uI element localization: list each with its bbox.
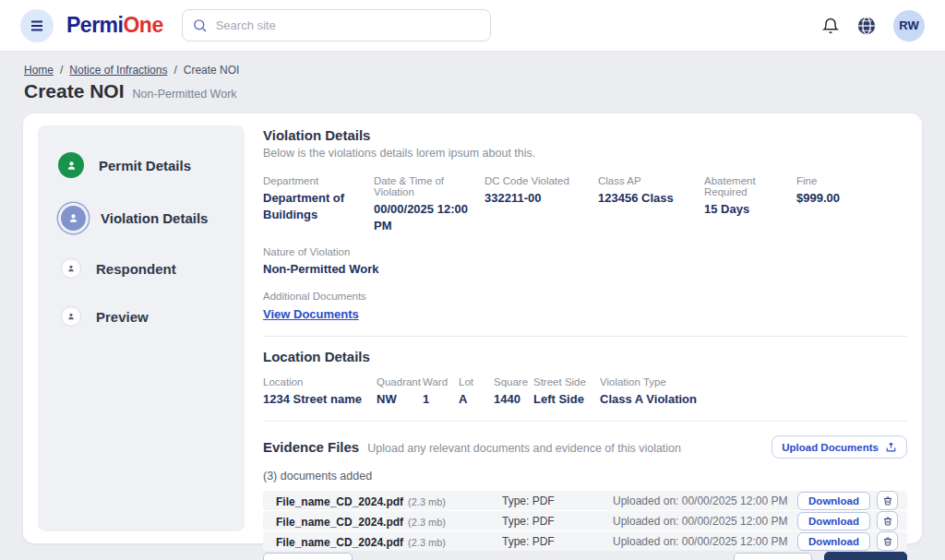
logo-part-1: Permi: [66, 13, 123, 37]
step-label: Violation Details: [101, 210, 208, 226]
field-value: 15 Days: [704, 201, 796, 218]
delete-file-button[interactable]: [877, 491, 898, 510]
upload-button-label: Upload Documents: [782, 442, 879, 453]
file-name: File_name_CD_2024.pdf: [276, 516, 403, 529]
step-label: Preview: [96, 309, 149, 325]
field-additional-documents: Additional Documents View Documents: [263, 291, 907, 322]
field-abatement: Abatement Required 15 Days: [704, 175, 796, 233]
field-label: Violation Type: [600, 376, 907, 387]
field-value: A: [459, 391, 494, 408]
field-date-time: Date & Time of Violation 00/00/2025 12:0…: [374, 175, 484, 233]
trash-icon: [882, 536, 893, 547]
field-label: Quadrant: [377, 376, 423, 387]
field-value: Left Side: [533, 391, 600, 408]
menu-button[interactable]: [20, 9, 54, 42]
download-button[interactable]: Download: [797, 512, 870, 530]
breadcrumb-home[interactable]: Home: [24, 64, 54, 77]
search-input[interactable]: [182, 9, 491, 42]
globe-icon: [856, 16, 877, 36]
app-header: PermiOne RW: [0, 0, 945, 52]
field-class-ap: Class AP 123456 Class: [598, 175, 704, 233]
field-label: Additional Documents: [263, 291, 907, 302]
cancel-button[interactable]: Cancel: [263, 553, 353, 560]
site-search: [182, 9, 491, 42]
breadcrumb: Home / Notice of Infractions / Create NO…: [24, 64, 921, 77]
delete-file-button[interactable]: [877, 531, 898, 551]
field-location: Location 1234 Street name: [263, 376, 377, 408]
location-details-title: Location Details: [263, 349, 907, 364]
file-size: (2.3 mb): [408, 517, 446, 528]
notifications-button[interactable]: [821, 17, 840, 35]
file-uploaded: Uploaded on: 00/00/2025 12:00 PM: [613, 515, 797, 528]
field-value: 1: [423, 391, 459, 408]
step-permit-details[interactable]: Permit Details: [58, 138, 245, 192]
step-preview[interactable]: Preview: [58, 292, 245, 340]
file-name: File_name_CD_2024.pdf: [276, 495, 403, 508]
step-label: Permit Details: [99, 158, 191, 173]
field-street-side: Street Side Left Side: [533, 376, 600, 408]
upload-documents-button[interactable]: Upload Documents: [772, 435, 907, 459]
field-value: Class A Violation: [600, 391, 907, 408]
field-value: Department of Buildings: [263, 190, 374, 222]
field-value: Non-Permitted Work: [263, 261, 907, 278]
violation-details-subtitle: Below is the violations details lorem ip…: [263, 147, 907, 160]
file-name: File_name_CD_2024.pdf: [276, 536, 403, 549]
download-button[interactable]: Download: [797, 532, 870, 551]
field-department: Department Department of Buildings: [263, 175, 374, 233]
field-violation-type: Violation Type Class A Violation: [600, 376, 907, 408]
back-button[interactable]: Back: [734, 553, 812, 560]
file-name-cell: File_name_CD_2024.pdf(2.3 mb): [276, 493, 502, 509]
file-row: File_name_CD_2024.pdf(2.3 mb) Type: PDF …: [263, 531, 907, 551]
field-label: Lot: [459, 376, 494, 387]
page-title: Create NOI: [24, 80, 125, 102]
user-icon: [61, 258, 81, 279]
page-subtitle: Non-Permitted Work: [133, 88, 237, 101]
upload-icon: [885, 441, 897, 453]
step-label: Respondent: [96, 261, 176, 277]
documents-count: (3) documents added: [263, 470, 907, 483]
file-uploaded: Uploaded on: 00/00/2025 12:00 PM: [613, 535, 797, 548]
stepper-sidebar: Permit Details Violation Details Respond…: [38, 125, 245, 531]
field-label: Date & Time of Violation: [374, 175, 484, 197]
next-button[interactable]: Next: [824, 552, 907, 560]
language-button[interactable]: [856, 16, 877, 36]
field-value: 1440: [494, 391, 533, 408]
file-name-cell: File_name_CD_2024.pdf(2.3 mb): [276, 533, 502, 550]
hamburger-icon: [29, 18, 45, 34]
field-value: $999.00: [796, 190, 907, 207]
field-nature-of-violation: Nature of Violation Non-Permitted Work: [263, 246, 907, 278]
step-respondent[interactable]: Respondent: [58, 244, 245, 292]
file-row: File_name_CD_2024.pdf(2.3 mb) Type: PDF …: [263, 491, 907, 510]
download-button[interactable]: Download: [797, 492, 870, 510]
user-icon: [61, 306, 81, 327]
trash-icon: [882, 516, 893, 527]
file-type: Type: PDF: [502, 494, 613, 507]
field-fine: Fine $999.00: [796, 175, 907, 233]
step-violation-details[interactable]: Violation Details: [58, 192, 245, 244]
evidence-files-subtitle: Upload any relevant documents and eviden…: [367, 442, 681, 455]
field-lot: Lot A: [459, 376, 494, 408]
view-documents-link[interactable]: View Documents: [263, 307, 359, 321]
field-label: Class AP: [598, 175, 704, 186]
field-label: Location: [263, 376, 377, 387]
file-uploaded: Uploaded on: 00/00/2025 12:00 PM: [613, 494, 797, 507]
logo-part-2: One: [123, 13, 162, 37]
divider: [263, 336, 907, 337]
breadcrumb-notice-of-infractions[interactable]: Notice of Infractions: [69, 64, 167, 77]
trash-icon: [882, 495, 893, 506]
field-dc-code: DC Code Violated 332211-00: [484, 175, 598, 233]
divider: [263, 421, 907, 422]
delete-file-button[interactable]: [877, 511, 898, 530]
field-value: 00/00/2025 12:00 PM: [374, 201, 484, 233]
field-quadrant: Quadrant NW: [377, 376, 423, 408]
field-value: 1234 Street name: [263, 391, 377, 408]
field-label: Nature of Violation: [263, 246, 907, 257]
violation-details-title: Violation Details: [263, 127, 907, 143]
field-label: DC Code Violated: [484, 175, 598, 186]
field-label: Street Side: [533, 376, 600, 387]
file-type: Type: PDF: [502, 515, 613, 528]
file-name-cell: File_name_CD_2024.pdf(2.3 mb): [276, 513, 502, 530]
user-avatar[interactable]: RW: [893, 10, 925, 42]
field-label: Fine: [796, 175, 907, 186]
file-type: Type: PDF: [502, 535, 613, 548]
